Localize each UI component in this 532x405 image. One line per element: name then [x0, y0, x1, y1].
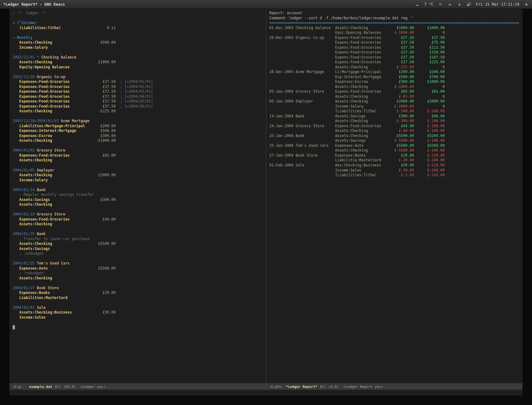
report-row: Assets:Checking£-1000.000 — [269, 84, 520, 90]
source-line: ; Transfer to cover car purchase — [13, 237, 263, 242]
report-row: Assets:Checking£-300.00£-240.00 — [269, 119, 520, 124]
report-row: Exp:Interest:Mortgage£500.00£700.00 — [269, 75, 520, 80]
report-row: Assets:Checking£-65.000 — [269, 94, 520, 99]
ml-mode: (Ledger Report yas) — [343, 385, 383, 389]
desktop: *Ledger Report* - GNU Emacs ☁ 7 °C ⟳ ✉ ⇅… — [0, 0, 532, 405]
source-line: Assets:Checking£2000.00 — [13, 173, 263, 178]
settings-icon[interactable]: ⚙ — [524, 2, 529, 7]
report-row: Liabilitie:MasterCard£-20.00£-240.00 — [269, 158, 520, 163]
source-line: ; Regular monthly savings transfer — [13, 192, 263, 197]
source-line: 2003/12/20 Organic Co-op — [13, 75, 263, 80]
source-line: Assets:Checking — [13, 158, 263, 163]
ml-position: All (64,0) — [55, 385, 76, 389]
report-row: 27-Jan-2004Book StoreExpenses:Books£20.0… — [269, 153, 520, 158]
source-line: ~ Monthly — [13, 35, 263, 40]
source-line: Income:Salary — [13, 178, 263, 183]
source-line — [13, 183, 263, 188]
source-line — [13, 16, 263, 21]
source-line: 2004/01/25 Tom's Used Cars — [13, 261, 263, 266]
source-line: Expenses:Food:Groceries£37.50; [=2004/05… — [13, 99, 263, 104]
source-line — [13, 300, 263, 305]
source-line: Expenses:Books£20.00 — [13, 290, 263, 296]
ml-position: All (4,0) — [320, 385, 339, 389]
source-line: Expenses:Interest:Mortgage£500.00 — [13, 128, 263, 134]
source-line: Assets:Checking-£1000.00 — [13, 138, 263, 143]
source-line: Expenses:Food:Groceries£65.00 — [13, 153, 263, 158]
source-line — [13, 70, 263, 75]
gnome-topbar: *Ledger Report* - GNU Emacs ☁ 7 °C ⟳ ✉ ⇅… — [0, 0, 532, 9]
report-row: Expenses:Escrow£300.00£1000.00 — [269, 79, 520, 84]
weather-icon[interactable]: ☁ — [415, 2, 420, 7]
source-line: Expenses:Food:Groceries£37.50; [=2004/02… — [13, 84, 263, 90]
source-line: Assets:Checking:Business£30.00 — [13, 310, 263, 315]
report-row: Expens:Food:Groceries£37.50£225.00 — [269, 60, 520, 65]
cursor — [13, 325, 15, 329]
source-line: Equity:Opening Balances — [13, 65, 263, 70]
source-line: Expenses:Food:Groceries£37.50; [=2004/01… — [13, 79, 263, 84]
source-line: Expenses:Escrow£300.00 — [13, 134, 263, 139]
report-row: 01-Dec-2003Checking balanceAssets:Checki… — [269, 26, 520, 31]
report-row: 20-Dec-2003Organic Co-opExpens:Food:Groc… — [269, 35, 520, 40]
ml-fill: ----------------------------------------… — [105, 385, 263, 389]
report-row: 01-Feb-2004SaleAss:Checking:Business£30.… — [269, 163, 520, 168]
source-line: 2004/01/19 Grocery Store — [13, 212, 263, 217]
network-icon[interactable]: ⇅ — [457, 2, 462, 7]
source-line: = /^Income/ — [13, 21, 263, 26]
source-line: 2004/02/01 Sale — [13, 305, 263, 310]
right-buffer-ledger-report[interactable]: Report: accountCommand: ledger --sort d … — [266, 9, 523, 383]
report-row: 28-Dec-2003Acme MortgageLi:Mortgage:Prin… — [269, 70, 520, 75]
source-line: Assets:Checking-£225.00 — [13, 109, 263, 114]
report-row: Income:Sales£-30.00£-240.00 — [269, 168, 520, 173]
report-row: Income:Salary£-2000.000 — [269, 104, 520, 109]
left-buffer-example-dat[interactable]: ; -*- ledger -*- = /^Income/(Liabilities… — [10, 9, 266, 383]
volume-icon[interactable]: 🔊 — [466, 2, 472, 7]
source-line — [13, 143, 263, 148]
source-line: ; -*- ledger -*- — [13, 11, 263, 16]
modeline-left: -U:@--- example.dat All (64,0) (Ledger y… — [10, 384, 266, 390]
source-line: Income:Sales — [13, 315, 263, 320]
report-line: Report: account — [269, 11, 520, 16]
report-row: Equi:Opening Balances£-1000.000 — [269, 30, 520, 35]
source-line — [13, 163, 263, 168]
ml-buffer-name: *Ledger Report* — [286, 385, 317, 389]
source-line: Expenses:Food:Groceries£37.50; [=2004/06… — [13, 104, 263, 109]
source-line — [13, 30, 263, 35]
source-line: 2003/12/28=2004/01/01 Acme Mortgage — [13, 119, 263, 124]
report-row: 19-Jan-2004Grocery StoreExpens:Food:Groc… — [269, 124, 520, 129]
source-line: ; :nobudget: — [13, 271, 263, 276]
source-line: 2004/01/25 Bank — [13, 232, 263, 237]
source-line: Income:Salary — [13, 45, 263, 50]
report-row: (Liabilities:Tithe)£-3.60£-243.60 — [269, 173, 520, 178]
system-tray: ☁ 7 °C ⟳ ✉ ⇅ 🔊 Fri 15 Mar 17:11:19 ⚙ — [415, 2, 529, 7]
report-row: Expens:Food:Groceries£37.50£150.00 — [269, 50, 520, 55]
source-line: (Liabilities:Tithe)0.12 — [13, 26, 263, 31]
refresh-icon[interactable]: ⟳ — [438, 2, 443, 7]
report-row: Assets:Checking£-44.00£-240.00 — [269, 128, 520, 134]
emacs-frame: ; -*- ledger -*- = /^Income/(Liabilities… — [10, 9, 522, 396]
minibuffer[interactable] — [10, 390, 522, 396]
source-line: 2004/01/14 Bank — [13, 188, 263, 193]
report-row: (Liabilities:Tithe)£-240.00£-240.00 — [269, 109, 520, 114]
source-line: Expenses:Food:Groceries£37.50; [=2004/03… — [13, 89, 263, 94]
source-line: ; :nobudget: — [13, 251, 263, 256]
source-line — [13, 281, 263, 286]
source-line: Assets:Checking — [13, 276, 263, 281]
mail-icon[interactable]: ✉ — [447, 2, 453, 7]
weather-text: 7 °C — [424, 2, 434, 7]
report-row: Assets:Savings£-5500.00£-240.00 — [269, 138, 520, 143]
ml-status: -U:@%%- — [269, 385, 283, 389]
source-line: Expenses:Food:Groceries£37.50; [=2004/04… — [13, 94, 263, 99]
source-line: 2004/01/02 Grocery Store — [13, 148, 263, 153]
source-line: Expenses:Auto£5500.00 — [13, 266, 263, 271]
report-row: Expens:Food:Groceries£37.50£112.50 — [269, 45, 520, 50]
report-row: 25-Jan-2004Tom's Used CarsExpenses:Auto£… — [269, 143, 520, 148]
source-line: Assets:Checking — [13, 222, 263, 227]
ml-mode: (Ledger yas) — [80, 385, 105, 389]
ml-fill: ----------------------------------------… — [383, 385, 520, 389]
ml-buffer-name: example.dat — [29, 385, 52, 389]
source-line — [13, 114, 263, 119]
report-row: 02-Jan-2004Grocery StoreExpens:Food:Groc… — [269, 89, 520, 94]
report-line: Command: ledger --sort d -f /home/borbus… — [269, 16, 520, 21]
source-line — [13, 256, 263, 261]
modeline-right: -U:@%%- *Ledger Report* All (4,0) (Ledge… — [266, 384, 523, 390]
